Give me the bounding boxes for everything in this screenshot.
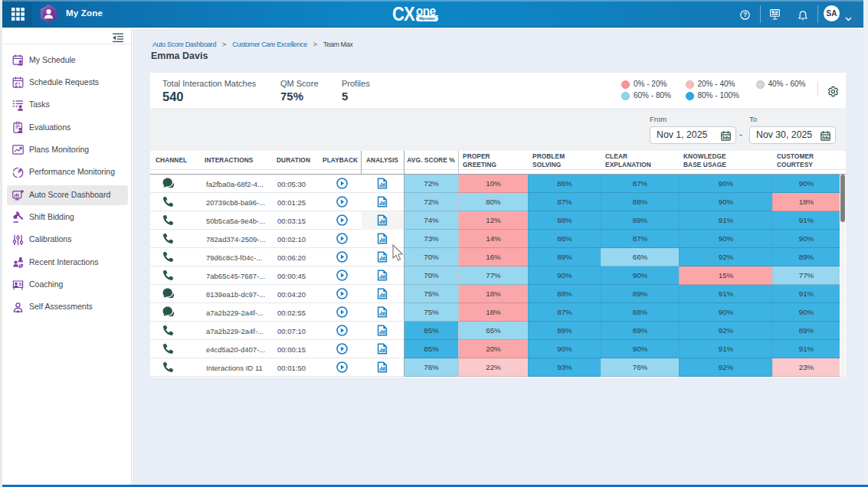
svg-text:?: ? [743, 11, 747, 18]
